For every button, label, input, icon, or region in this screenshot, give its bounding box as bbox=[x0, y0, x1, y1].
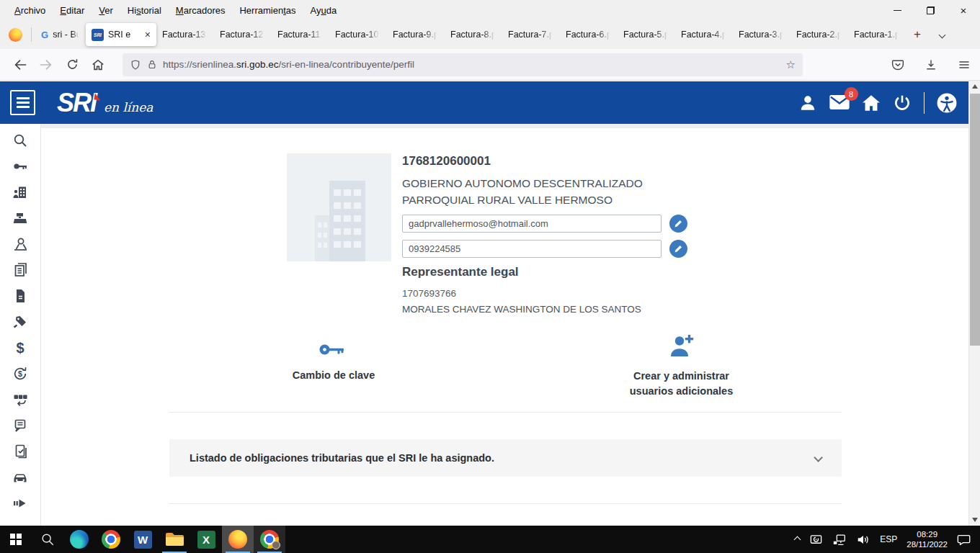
lock-icon[interactable] bbox=[147, 59, 157, 71]
key-icon[interactable] bbox=[11, 158, 30, 175]
sri-logo-text: SRI bbox=[57, 90, 96, 116]
scroll-up-button[interactable] bbox=[969, 81, 980, 92]
refund-dollar-icon[interactable]: $ bbox=[11, 365, 30, 382]
restore-icon bbox=[927, 6, 935, 14]
start-button[interactable] bbox=[0, 526, 32, 553]
user-button[interactable] bbox=[798, 94, 817, 112]
tag-icon[interactable] bbox=[11, 313, 30, 331]
tab-factura-2[interactable]: Factura-2.p bbox=[790, 23, 848, 46]
menu-herramientas[interactable]: Herramientas bbox=[232, 5, 303, 16]
bookmark-star-icon[interactable]: ☆ bbox=[786, 58, 796, 71]
tab-sri-active[interactable]: SRI SRI e × bbox=[86, 23, 156, 46]
home-sri-button[interactable] bbox=[862, 94, 881, 112]
taskbar-chrome-button[interactable] bbox=[95, 526, 127, 553]
menu-archivo[interactable]: Archivo bbox=[7, 5, 53, 16]
downloads-button[interactable] bbox=[919, 53, 943, 76]
obligations-accordion[interactable]: Listado de obligaciones tributarias que … bbox=[169, 439, 842, 477]
edit-phone-button[interactable] bbox=[669, 240, 687, 258]
language-indicator[interactable]: ESP bbox=[880, 534, 897, 544]
vehicle-icon[interactable] bbox=[11, 469, 30, 486]
stamp-icon[interactable] bbox=[11, 235, 30, 253]
taskbar-search-button[interactable] bbox=[32, 526, 63, 553]
services-sidebar: $ $ bbox=[0, 124, 41, 526]
volume-icon[interactable] bbox=[856, 533, 870, 547]
cast-icon[interactable] bbox=[809, 533, 823, 547]
reload-button[interactable] bbox=[61, 53, 84, 76]
taskbar-edge-button[interactable] bbox=[63, 526, 95, 553]
app-menu-button[interactable] bbox=[953, 53, 976, 76]
documents-icon[interactable] bbox=[11, 261, 30, 279]
pocket-icon bbox=[891, 58, 904, 71]
menu-historial[interactable]: Historial bbox=[120, 5, 169, 16]
home-button[interactable] bbox=[86, 53, 110, 76]
menu-marcadores[interactable]: Marcadores bbox=[169, 5, 233, 16]
url-prefix: https://srienlinea. bbox=[163, 59, 236, 70]
search-icon[interactable] bbox=[11, 132, 30, 149]
notifications-icon[interactable] bbox=[957, 533, 971, 547]
tab-factura-13[interactable]: Factura-13.p bbox=[156, 23, 214, 46]
tab-factura-5[interactable]: Factura-5.p bbox=[618, 23, 675, 46]
network-icon[interactable] bbox=[832, 533, 847, 547]
url-bar[interactable]: https://srienlinea.sri.gob.ec/sri-en-lin… bbox=[122, 53, 803, 76]
cash-register-icon[interactable] bbox=[11, 210, 30, 227]
change-password-action[interactable]: Cambio de clave bbox=[280, 341, 388, 383]
sri-logo[interactable]: SRI en línea bbox=[57, 90, 153, 116]
firefox-view-button[interactable] bbox=[3, 23, 27, 46]
tab-factura-9[interactable]: Factura-9.p bbox=[387, 23, 445, 46]
back-button[interactable] bbox=[9, 53, 32, 76]
tab-factura-7[interactable]: Factura-7.p bbox=[502, 23, 560, 46]
menu-ver[interactable]: Ver bbox=[92, 5, 120, 16]
restore-button[interactable] bbox=[914, 0, 947, 20]
firefox-icon bbox=[9, 28, 22, 42]
shield-icon[interactable] bbox=[130, 59, 141, 71]
taskbar-word-button[interactable]: W bbox=[127, 526, 159, 553]
taskbar-explorer-button[interactable] bbox=[159, 526, 190, 553]
menu-ayuda[interactable]: Ayuda bbox=[303, 5, 344, 16]
forward-button[interactable] bbox=[35, 53, 58, 76]
scrollbar-thumb[interactable] bbox=[970, 94, 980, 346]
edit-email-button[interactable] bbox=[669, 215, 687, 233]
chrome-icon bbox=[102, 530, 120, 549]
menu-editar[interactable]: Editar bbox=[53, 5, 92, 16]
taskbar-excel-button[interactable]: X bbox=[190, 526, 222, 553]
taxpayer-building-icon[interactable] bbox=[11, 184, 30, 201]
tab-factura-3[interactable]: Factura-3.p bbox=[733, 23, 790, 46]
tab-factura-12[interactable]: Factura-12.p bbox=[214, 23, 272, 46]
list-all-tabs-button[interactable] bbox=[929, 23, 955, 46]
header-divider bbox=[924, 92, 925, 114]
firefox-icon bbox=[228, 530, 247, 549]
new-tab-button[interactable]: + bbox=[906, 23, 929, 46]
taskbar-firefox-button[interactable] bbox=[222, 526, 254, 553]
tab-title: Factura-8.p bbox=[450, 30, 496, 40]
taskbar-clock[interactable]: 08:29 28/11/2022 bbox=[906, 529, 948, 549]
letter-blocks-icon[interactable] bbox=[11, 391, 30, 408]
dollar-icon[interactable]: $ bbox=[11, 339, 30, 356]
tab-close-icon[interactable]: × bbox=[145, 30, 151, 40]
scroll-down-button[interactable] bbox=[969, 514, 980, 526]
minimize-button[interactable] bbox=[881, 0, 914, 20]
phone-field[interactable] bbox=[402, 240, 662, 258]
document-icon[interactable] bbox=[11, 287, 30, 305]
tab-factura-6[interactable]: Factura-6.p bbox=[560, 23, 618, 46]
messages-button[interactable]: 8 bbox=[829, 95, 850, 110]
tab-google-search[interactable]: G sri - Bu bbox=[35, 23, 86, 46]
close-button[interactable]: × bbox=[947, 0, 980, 20]
forward-arrow-icon[interactable] bbox=[11, 495, 30, 512]
email-field[interactable] bbox=[402, 215, 662, 233]
tray-expand-icon[interactable] bbox=[794, 536, 801, 543]
page-scrollbar[interactable] bbox=[968, 81, 980, 526]
tab-factura-8[interactable]: Factura-8.p bbox=[445, 23, 502, 46]
sidebar-toggle-button[interactable] bbox=[10, 90, 35, 115]
logout-button[interactable] bbox=[893, 94, 912, 112]
tab-factura-4[interactable]: Factura-4.p bbox=[675, 23, 733, 46]
taskbar-chrome-profile-button[interactable] bbox=[254, 526, 285, 553]
tab-factura-11[interactable]: Factura-11.p bbox=[272, 23, 329, 46]
accessibility-button[interactable] bbox=[937, 93, 957, 113]
comment-document-icon[interactable] bbox=[11, 417, 30, 434]
tab-title: Factura-7.p bbox=[508, 30, 554, 40]
pocket-button[interactable] bbox=[886, 53, 909, 76]
manage-users-action[interactable]: Crear y administrarusuarios adicionales bbox=[618, 334, 744, 399]
tab-factura-1[interactable]: Factura-1.p bbox=[848, 23, 906, 46]
document-check-icon[interactable] bbox=[11, 443, 30, 460]
tab-factura-10[interactable]: Factura-10. bbox=[329, 23, 387, 46]
